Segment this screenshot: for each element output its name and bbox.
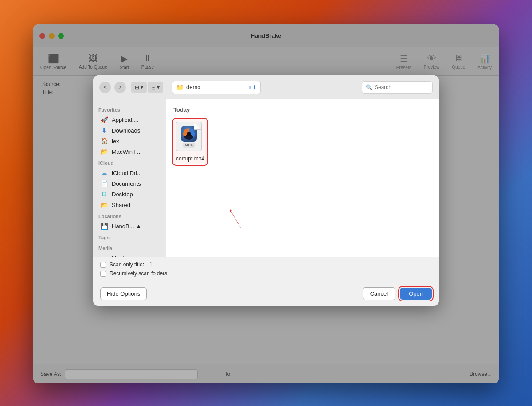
file-icon-wrapper: MP4 xyxy=(176,122,204,153)
sidebar-applications-label: Applicati... xyxy=(112,117,138,123)
sidebar-item-applications[interactable]: 🚀 Applicati... xyxy=(95,114,164,125)
options-row: Scan only title: 1 Recursively scan fold… xyxy=(100,262,432,277)
hide-options-button[interactable]: Hide Options xyxy=(100,287,147,300)
sidebar-item-music[interactable]: ♪ Music xyxy=(95,253,164,257)
tags-label: Tags xyxy=(93,231,166,242)
recursive-scan-checkbox[interactable] xyxy=(100,271,106,277)
sidebar: Favorites 🚀 Applicati... ⬇ Downloads 🏠 l… xyxy=(93,99,166,257)
icon-view-chevron: ▾ xyxy=(141,84,143,90)
scan-only-value: 1 xyxy=(149,262,153,268)
rocket-icon: 🚀 xyxy=(100,116,108,123)
folder-icon: 📂 xyxy=(100,148,108,155)
search-box[interactable]: 🔍 xyxy=(362,81,433,94)
shared-folder-icon: 📂 xyxy=(100,201,108,208)
cloud-icon: ☁ xyxy=(100,169,108,176)
document-icon: 📄 xyxy=(100,180,108,187)
home-icon: 🏠 xyxy=(100,137,108,144)
sidebar-item-macwinfolder[interactable]: 📂 MacWin F... xyxy=(95,146,164,157)
sidebar-downloads-label: Downloads xyxy=(112,127,140,134)
icloud-label: iCloud xyxy=(93,157,166,168)
back-button[interactable]: < xyxy=(99,82,111,93)
sidebar-item-shared[interactable]: 📂 Shared xyxy=(95,199,164,210)
scan-only-checkbox[interactable] xyxy=(100,262,106,268)
favorites-label: Favorites xyxy=(93,104,166,114)
file-dialog: < > ⊞ ▾ ⊟ ▾ 📁 demo xyxy=(93,75,439,306)
file-grid: MP4 corrupt.mp4 xyxy=(173,119,432,164)
cancel-button[interactable]: Cancel xyxy=(363,287,395,300)
sidebar-documents-label: Documents xyxy=(112,180,141,187)
sidebar-item-desktop[interactable]: 🖥 Desktop xyxy=(95,189,164,199)
forward-button[interactable]: > xyxy=(114,82,126,93)
file-doc-icon: MP4 xyxy=(176,122,202,151)
locations-label: Locations xyxy=(93,210,166,221)
icon-view-button[interactable]: ⊞ ▾ xyxy=(131,82,147,93)
open-button[interactable]: Open xyxy=(400,288,432,300)
dialog-toolbar: < > ⊞ ▾ ⊟ ▾ 📁 demo xyxy=(93,75,439,99)
folder-icon: 📁 xyxy=(176,84,184,91)
search-icon: 🔍 xyxy=(366,84,372,90)
app-window: HandBrake ⬛ Open Source 🖼 Add To Queue ▶… xyxy=(33,24,499,383)
sidebar-icloud-label: iCloud Dri... xyxy=(112,170,142,176)
back-icon: < xyxy=(103,84,107,90)
icon-view-icon: ⊞ xyxy=(135,84,139,90)
view-toggle: ⊞ ▾ ⊟ ▾ xyxy=(131,82,163,93)
forward-icon: > xyxy=(118,84,122,90)
location-bar[interactable]: 📁 demo ⬆⬇ xyxy=(172,81,261,94)
sidebar-shared-label: Shared xyxy=(112,202,130,208)
today-header: Today xyxy=(173,106,432,113)
desktop-icon: 🖥 xyxy=(100,191,108,198)
dialog-main: Favorites 🚀 Applicati... ⬇ Downloads 🏠 l… xyxy=(93,99,439,257)
recursive-scan-label: Recursively scan folders xyxy=(110,270,167,277)
list-view-icon: ⊟ xyxy=(151,84,156,90)
sidebar-desktop-label: Desktop xyxy=(112,191,133,198)
file-area: Today MP4 xyxy=(166,99,439,257)
scan-only-title-option: Scan only title: 1 xyxy=(100,262,432,268)
drive-icon: 💾 xyxy=(100,223,108,230)
dialog-overlay: < > ⊞ ▾ ⊟ ▾ 📁 demo xyxy=(33,24,499,383)
app-icon xyxy=(181,126,197,142)
download-icon: ⬇ xyxy=(100,127,108,134)
search-input[interactable] xyxy=(375,84,429,90)
sidebar-item-icloud-drive[interactable]: ☁ iCloud Dri... xyxy=(95,168,164,178)
list-view-button[interactable]: ⊟ ▾ xyxy=(148,82,163,93)
list-view-chevron: ▾ xyxy=(157,84,160,90)
logo-center xyxy=(187,132,191,136)
sidebar-item-handb[interactable]: 💾 HandB... ▲ xyxy=(95,221,164,231)
media-label: Media xyxy=(93,242,166,253)
sidebar-handb-label: HandB... ▲ xyxy=(112,223,141,230)
location-text: demo xyxy=(186,84,245,90)
sidebar-item-lex[interactable]: 🏠 lex xyxy=(95,136,164,146)
sidebar-lex-label: lex xyxy=(112,138,119,144)
scan-only-label: Scan only title: xyxy=(110,262,144,268)
sidebar-item-documents[interactable]: 📄 Documents xyxy=(95,178,164,189)
file-type-badge: MP4 xyxy=(183,143,195,148)
svg-line-1 xyxy=(231,210,241,227)
annotation-arrow xyxy=(226,186,315,257)
file-name: corrupt.mp4 xyxy=(176,156,204,162)
recursive-scan-option: Recursively scan folders xyxy=(100,270,432,277)
footer-right: Cancel Open xyxy=(363,287,432,300)
sidebar-macwin-label: MacWin F... xyxy=(112,148,142,155)
file-item-corrupt-mp4[interactable]: MP4 corrupt.mp4 xyxy=(173,119,207,164)
sidebar-item-downloads[interactable]: ⬇ Downloads xyxy=(95,125,164,136)
dialog-options: Scan only title: 1 Recursively scan fold… xyxy=(93,257,439,281)
dialog-footer: Hide Options Cancel Open xyxy=(93,281,439,306)
location-chevron-icon: ⬆⬇ xyxy=(248,84,257,90)
handbrake-logo xyxy=(183,128,195,140)
